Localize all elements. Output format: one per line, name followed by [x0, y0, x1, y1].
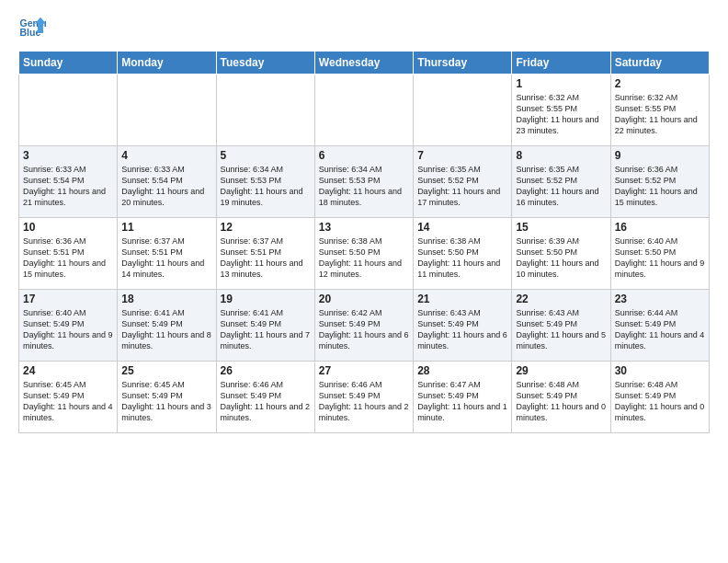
calendar-cell: 26Sunrise: 6:46 AMSunset: 5:49 PMDayligh… [216, 362, 314, 433]
day-info: Sunrise: 6:48 AMSunset: 5:49 PMDaylight:… [615, 379, 705, 424]
calendar-cell: 6Sunrise: 6:34 AMSunset: 5:53 PMDaylight… [314, 146, 413, 218]
calendar-cell: 7Sunrise: 6:35 AMSunset: 5:52 PMDaylight… [414, 146, 512, 218]
calendar-cell: 23Sunrise: 6:44 AMSunset: 5:49 PMDayligh… [610, 290, 709, 362]
day-info: Sunrise: 6:32 AMSunset: 5:55 PMDaylight:… [615, 92, 705, 137]
day-info: Sunrise: 6:38 AMSunset: 5:50 PMDaylight:… [417, 236, 507, 281]
day-info: Sunrise: 6:38 AMSunset: 5:50 PMDaylight:… [319, 236, 409, 281]
day-number: 30 [615, 364, 705, 377]
day-info: Sunrise: 6:40 AMSunset: 5:50 PMDaylight:… [615, 236, 705, 281]
day-info: Sunrise: 6:43 AMSunset: 5:49 PMDaylight:… [516, 307, 606, 352]
calendar-cell: 24Sunrise: 6:45 AMSunset: 5:49 PMDayligh… [19, 362, 118, 433]
calendar-cell: 9Sunrise: 6:36 AMSunset: 5:52 PMDaylight… [610, 146, 709, 218]
day-number: 20 [319, 293, 409, 305]
day-number: 18 [121, 293, 211, 305]
calendar-cell: 18Sunrise: 6:41 AMSunset: 5:49 PMDayligh… [118, 290, 216, 362]
day-number: 4 [121, 149, 211, 162]
day-number: 5 [221, 149, 311, 162]
day-info: Sunrise: 6:34 AMSunset: 5:53 PMDaylight:… [319, 164, 409, 209]
calendar-cell: 30Sunrise: 6:48 AMSunset: 5:49 PMDayligh… [610, 362, 709, 433]
day-number: 10 [23, 221, 113, 234]
page: General Blue SundayMondayTuesdayWednesda… [0, 0, 728, 563]
day-number: 23 [615, 293, 705, 305]
logo-icon: General Blue [18, 14, 46, 41]
calendar-cell: 15Sunrise: 6:39 AMSunset: 5:50 PMDayligh… [512, 218, 610, 290]
calendar-header-friday: Friday [512, 52, 610, 75]
day-number: 17 [23, 293, 113, 305]
day-number: 13 [319, 221, 409, 234]
calendar-cell: 21Sunrise: 6:43 AMSunset: 5:49 PMDayligh… [414, 290, 512, 362]
day-number: 24 [23, 364, 113, 377]
day-info: Sunrise: 6:40 AMSunset: 5:49 PMDaylight:… [23, 307, 113, 352]
day-info: Sunrise: 6:48 AMSunset: 5:49 PMDaylight:… [516, 379, 606, 424]
day-info: Sunrise: 6:36 AMSunset: 5:52 PMDaylight:… [615, 164, 705, 209]
calendar-week-5: 24Sunrise: 6:45 AMSunset: 5:49 PMDayligh… [19, 362, 710, 433]
svg-text:Blue: Blue [20, 27, 41, 38]
calendar-header-wednesday: Wednesday [314, 52, 413, 75]
day-info: Sunrise: 6:33 AMSunset: 5:54 PMDaylight:… [121, 164, 211, 209]
day-info: Sunrise: 6:46 AMSunset: 5:49 PMDaylight:… [221, 379, 311, 424]
day-number: 21 [417, 293, 507, 305]
calendar-week-3: 10Sunrise: 6:36 AMSunset: 5:51 PMDayligh… [19, 218, 710, 290]
day-info: Sunrise: 6:45 AMSunset: 5:49 PMDaylight:… [121, 379, 211, 424]
calendar-header-row: SundayMondayTuesdayWednesdayThursdayFrid… [19, 52, 710, 75]
day-info: Sunrise: 6:43 AMSunset: 5:49 PMDaylight:… [417, 307, 507, 352]
day-info: Sunrise: 6:47 AMSunset: 5:49 PMDaylight:… [417, 379, 507, 424]
logo: General Blue [18, 14, 48, 41]
day-number: 11 [121, 221, 211, 234]
day-number: 8 [516, 149, 606, 162]
day-info: Sunrise: 6:42 AMSunset: 5:49 PMDaylight:… [319, 307, 409, 352]
calendar-cell: 2Sunrise: 6:32 AMSunset: 5:55 PMDaylight… [610, 75, 709, 146]
calendar-cell: 3Sunrise: 6:33 AMSunset: 5:54 PMDaylight… [19, 146, 118, 218]
calendar-cell: 16Sunrise: 6:40 AMSunset: 5:50 PMDayligh… [610, 218, 709, 290]
calendar-cell: 29Sunrise: 6:48 AMSunset: 5:49 PMDayligh… [512, 362, 610, 433]
calendar-cell: 5Sunrise: 6:34 AMSunset: 5:53 PMDaylight… [216, 146, 314, 218]
calendar-table: SundayMondayTuesdayWednesdayThursdayFrid… [18, 51, 710, 433]
day-number: 28 [417, 364, 507, 377]
calendar-cell: 22Sunrise: 6:43 AMSunset: 5:49 PMDayligh… [512, 290, 610, 362]
day-info: Sunrise: 6:34 AMSunset: 5:53 PMDaylight:… [221, 164, 311, 209]
calendar-header-saturday: Saturday [610, 52, 709, 75]
calendar-cell [414, 75, 512, 146]
day-number: 3 [23, 149, 113, 162]
calendar-cell [118, 75, 216, 146]
calendar-cell: 27Sunrise: 6:46 AMSunset: 5:49 PMDayligh… [314, 362, 413, 433]
calendar-cell: 4Sunrise: 6:33 AMSunset: 5:54 PMDaylight… [118, 146, 216, 218]
day-info: Sunrise: 6:36 AMSunset: 5:51 PMDaylight:… [23, 236, 113, 281]
day-info: Sunrise: 6:45 AMSunset: 5:49 PMDaylight:… [23, 379, 113, 424]
day-number: 12 [221, 221, 311, 234]
calendar-cell: 1Sunrise: 6:32 AMSunset: 5:55 PMDaylight… [512, 75, 610, 146]
header: General Blue [18, 14, 710, 41]
calendar-cell [216, 75, 314, 146]
calendar-cell: 20Sunrise: 6:42 AMSunset: 5:49 PMDayligh… [314, 290, 413, 362]
calendar-cell: 10Sunrise: 6:36 AMSunset: 5:51 PMDayligh… [19, 218, 118, 290]
calendar-header-monday: Monday [118, 52, 216, 75]
day-number: 2 [615, 77, 705, 90]
calendar-cell: 13Sunrise: 6:38 AMSunset: 5:50 PMDayligh… [314, 218, 413, 290]
day-info: Sunrise: 6:41 AMSunset: 5:49 PMDaylight:… [221, 307, 311, 352]
day-info: Sunrise: 6:35 AMSunset: 5:52 PMDaylight:… [516, 164, 606, 209]
calendar-cell: 28Sunrise: 6:47 AMSunset: 5:49 PMDayligh… [414, 362, 512, 433]
calendar-header-thursday: Thursday [414, 52, 512, 75]
calendar-cell: 14Sunrise: 6:38 AMSunset: 5:50 PMDayligh… [414, 218, 512, 290]
day-number: 25 [121, 364, 211, 377]
day-info: Sunrise: 6:41 AMSunset: 5:49 PMDaylight:… [121, 307, 211, 352]
day-number: 14 [417, 221, 507, 234]
calendar-header-tuesday: Tuesday [216, 52, 314, 75]
day-number: 16 [615, 221, 705, 234]
calendar-cell [314, 75, 413, 146]
calendar-cell: 12Sunrise: 6:37 AMSunset: 5:51 PMDayligh… [216, 218, 314, 290]
calendar-cell: 8Sunrise: 6:35 AMSunset: 5:52 PMDaylight… [512, 146, 610, 218]
day-info: Sunrise: 6:39 AMSunset: 5:50 PMDaylight:… [516, 236, 606, 281]
day-info: Sunrise: 6:44 AMSunset: 5:49 PMDaylight:… [615, 307, 705, 352]
day-number: 26 [221, 364, 311, 377]
day-info: Sunrise: 6:35 AMSunset: 5:52 PMDaylight:… [417, 164, 507, 209]
calendar-header-sunday: Sunday [19, 52, 118, 75]
day-info: Sunrise: 6:46 AMSunset: 5:49 PMDaylight:… [319, 379, 409, 424]
day-number: 19 [221, 293, 311, 305]
calendar-cell: 25Sunrise: 6:45 AMSunset: 5:49 PMDayligh… [118, 362, 216, 433]
day-info: Sunrise: 6:33 AMSunset: 5:54 PMDaylight:… [23, 164, 113, 209]
calendar-cell: 17Sunrise: 6:40 AMSunset: 5:49 PMDayligh… [19, 290, 118, 362]
day-number: 7 [417, 149, 507, 162]
day-number: 27 [319, 364, 409, 377]
day-number: 29 [516, 364, 606, 377]
